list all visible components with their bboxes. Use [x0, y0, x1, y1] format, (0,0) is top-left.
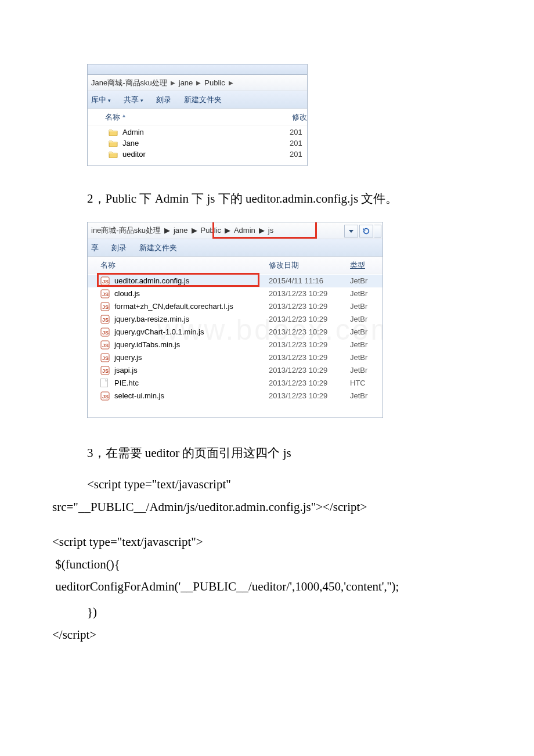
list-item[interactable]: Admin 201 [88, 127, 307, 138]
toolbar-item-newfolder[interactable]: 新建文件夹 [184, 91, 222, 108]
titlebar [88, 64, 307, 75]
list-item[interactable]: JS jquery.idTabs.min.js 2013/12/23 10:29… [88, 339, 383, 351]
file-name: select-ui.min.js [114, 391, 269, 400]
code-line: <script type="text/javascript"> [52, 533, 482, 550]
file-name: jsapi.js [114, 366, 269, 375]
toolbar: 享 刻录 新建文件夹 [88, 239, 383, 257]
toolbar-item-newfolder[interactable]: 新建文件夹 [139, 239, 177, 256]
file-name: cloud.js [114, 289, 269, 298]
file-date: 2013/12/23 10:29 [269, 289, 350, 298]
file-name: ueditor [122, 150, 290, 159]
list-item[interactable]: JS ueditor.admin.config.js 2015/4/11 11:… [88, 275, 383, 287]
breadcrumb-seg[interactable]: Public [201, 222, 221, 239]
refresh-icon [362, 227, 370, 235]
column-headers: 名称 修改 [88, 109, 307, 125]
list-item[interactable]: JS jsapi.js 2013/12/23 10:29 JetBr [88, 364, 383, 377]
breadcrumb-bar[interactable]: Jane商城-商品sku处理 ▶ jane ▶ Public ▶ [88, 75, 307, 91]
toolbar-item-share[interactable]: 共享 [124, 91, 143, 108]
list-item[interactable]: JS format+zh_CN,default,corechart.I.js 2… [88, 300, 383, 313]
svg-text:JS: JS [102, 279, 109, 285]
svg-text:JS: JS [102, 343, 109, 348]
file-date: 2013/12/23 10:29 [269, 379, 350, 387]
column-name[interactable]: 名称 [105, 112, 292, 123]
chevron-right-icon: ▶ [225, 222, 230, 239]
file-date: 2015/4/11 11:16 [269, 276, 350, 285]
breadcrumb-seg[interactable]: Admin [234, 222, 255, 239]
js-file-icon: JS [100, 353, 111, 362]
breadcrumb-buttons [343, 222, 383, 239]
file-name: jquery.ba-resize.min.js [114, 315, 269, 323]
js-file-icon: JS [100, 289, 111, 298]
chevron-down-icon [349, 230, 353, 233]
svg-text:JS: JS [102, 330, 109, 336]
list-item[interactable]: JS select-ui.min.js 2013/12/23 10:29 Jet… [88, 390, 383, 402]
file-type: HTC [350, 379, 383, 387]
extra-button[interactable] [374, 225, 381, 237]
file-type: JetBr [350, 366, 383, 375]
chevron-right-icon: ▶ [164, 222, 170, 239]
toolbar-item-burn[interactable]: 刻录 [156, 91, 171, 108]
column-type[interactable]: 类型 [350, 260, 383, 271]
file-date: 201 [290, 150, 307, 159]
history-dropdown-button[interactable] [344, 225, 358, 237]
file-type: JetBr [350, 391, 383, 400]
file-name: jquery.js [114, 353, 269, 362]
file-date: 2013/12/23 10:29 [269, 366, 350, 375]
explorer-window-2: ine商城-商品sku处理 ▶ jane ▶ Public ▶ Admin ▶ … [87, 222, 383, 418]
column-name[interactable]: 名称 [100, 260, 269, 271]
js-file-icon: JS [100, 302, 111, 311]
folder-icon [109, 139, 119, 147]
list-item[interactable]: JS jquery.ba-resize.min.js 2013/12/23 10… [88, 313, 383, 326]
file-date: 2013/12/23 10:29 [269, 315, 350, 323]
svg-text:JS: JS [102, 304, 109, 310]
folder-icon [109, 150, 119, 158]
breadcrumb-seg[interactable]: Jane商城-商品sku处理 [91, 75, 167, 91]
column-modified[interactable]: 修改 [292, 112, 307, 123]
js-file-icon: JS [100, 391, 111, 401]
code-line: <script type="text/javascript" [52, 476, 482, 493]
code-line: ueditorConfigForAdmin('__PUBLIC__/uedito… [52, 578, 482, 595]
explorer-window-1: Jane商城-商品sku处理 ▶ jane ▶ Public ▶ 库中 共享 刻… [87, 64, 308, 166]
toolbar-item-burn[interactable]: 刻录 [111, 239, 127, 256]
list-item[interactable]: JS cloud.js 2013/12/23 10:29 JetBr [88, 287, 383, 300]
js-file-icon: JS [100, 327, 111, 337]
breadcrumb-seg[interactable]: jane [174, 222, 188, 239]
file-name: jquery.gvChart-1.0.1.min.js [114, 327, 269, 336]
file-date: 2013/12/23 10:29 [269, 302, 350, 311]
file-type: JetBr [350, 353, 383, 362]
refresh-button[interactable] [359, 225, 373, 237]
file-type: JetBr [350, 289, 383, 298]
file-name: Admin [122, 128, 290, 136]
svg-text:JS: JS [102, 368, 109, 374]
chevron-right-icon: ▶ [259, 222, 265, 239]
file-type: JetBr [350, 340, 383, 349]
chevron-right-icon: ▶ [196, 75, 201, 91]
paragraph-step-3: 3，在需要 ueditor 的页面引用这四个 js [87, 444, 482, 463]
js-file-icon: JS [100, 340, 111, 350]
breadcrumb-seg[interactable]: jane [179, 75, 193, 91]
code-line: }) [52, 603, 482, 621]
chevron-right-icon: ▶ [229, 75, 233, 91]
breadcrumb-seg[interactable]: Public [204, 75, 225, 91]
list-item[interactable]: Jane 201 [88, 138, 307, 149]
column-headers: 名称 修改日期 类型 [88, 257, 383, 273]
code-line: src="__PUBLIC__/Admin/js/ueditor.admin.c… [52, 498, 482, 516]
breadcrumb-seg[interactable]: ine商城-商品sku处理 [91, 222, 161, 239]
column-modified[interactable]: 修改日期 [269, 260, 350, 271]
toolbar-item-library[interactable]: 库中 [91, 91, 111, 108]
list-item[interactable]: PIE.htc 2013/12/23 10:29 HTC [88, 377, 383, 390]
breadcrumb-bar[interactable]: ine商城-商品sku处理 ▶ jane ▶ Public ▶ Admin ▶ … [88, 222, 383, 239]
document-page: Jane商城-商品sku处理 ▶ jane ▶ Public ▶ 库中 共享 刻… [0, 0, 534, 671]
chevron-right-icon: ▶ [192, 222, 197, 239]
js-file-icon: JS [100, 276, 111, 286]
list-item[interactable]: JS jquery.gvChart-1.0.1.min.js 2013/12/2… [88, 326, 383, 339]
list-item[interactable]: JS jquery.js 2013/12/23 10:29 JetBr [88, 351, 383, 364]
toolbar-item-share[interactable]: 享 [91, 239, 99, 256]
file-name: Jane [122, 139, 290, 147]
js-file-icon: JS [100, 315, 111, 324]
svg-text:JS: JS [102, 394, 109, 399]
paragraph-step-2: 2，Public 下 Admin 下 js 下的 ueditor.admin.c… [87, 189, 482, 209]
list-item[interactable]: ueditor 201 [88, 149, 307, 160]
file-name: PIE.htc [114, 379, 269, 387]
breadcrumb-seg[interactable]: js [268, 222, 273, 239]
